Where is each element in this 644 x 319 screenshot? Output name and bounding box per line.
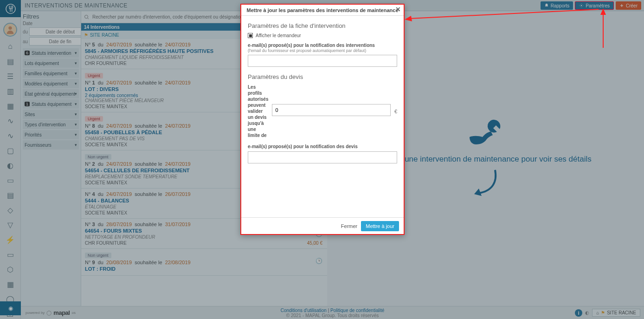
email2-input[interactable] [248, 151, 397, 163]
cancel-button[interactable]: Fermer [341, 223, 357, 229]
show-requester-checkbox[interactable]: Afficher le demandeur [248, 33, 397, 38]
modal-footer: Fermer Mettre à jour [241, 217, 404, 234]
modal-body: Paramètres de la fiche d'intervention Af… [241, 16, 404, 217]
section1-heading: Paramètres de la fiche d'intervention [248, 22, 397, 29]
email2-label: e-mail(s) proposé(s) pour la notificatio… [248, 144, 397, 150]
section2-heading: Paramètres du devis [248, 73, 397, 80]
close-icon[interactable]: ✕ [395, 6, 401, 13]
email1-label: e-mail(s) proposé(s) pour la notificatio… [248, 43, 397, 48]
email1-sublabel: (l'email du fournisseur est proposé auto… [248, 48, 397, 53]
modal-header: Mettre à jour les paramètres des interve… [241, 5, 404, 16]
modal-title: Mettre à jour les paramètres des interve… [246, 7, 398, 13]
limit-label: Les profils autorisés peuvent valider un… [248, 84, 268, 138]
checkbox-icon [248, 33, 253, 38]
email1-input[interactable] [248, 55, 397, 67]
settings-modal: Mettre à jour les paramètres des interve… [240, 4, 405, 235]
save-button[interactable]: Mettre à jour [361, 221, 399, 231]
limit-input[interactable] [272, 104, 390, 116]
euro-symbol: € [394, 109, 397, 114]
